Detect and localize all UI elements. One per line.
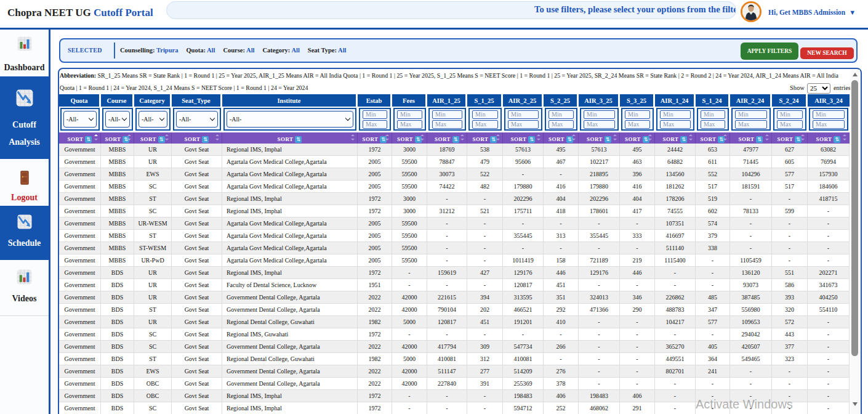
cell-s_1_24: - xyxy=(696,378,730,390)
column-header-s_2_24[interactable]: S_2_24 xyxy=(772,94,808,107)
scrollbar-thumb[interactable] xyxy=(851,80,858,356)
column-header-air_3_25[interactable]: AIR_3_25 xyxy=(579,94,620,107)
scroll-down-icon[interactable] xyxy=(853,402,858,406)
cell-s_2_25: 351 xyxy=(544,291,579,304)
sort-cell-s_3_25[interactable]: SORT⇅ xyxy=(620,132,655,144)
filter-min-air_1_25[interactable] xyxy=(432,110,462,119)
sort-cell-quota[interactable]: SORT⇅ xyxy=(59,132,101,144)
filter-min-air_3_24[interactable] xyxy=(813,110,845,119)
filter-min-s_1_24[interactable] xyxy=(701,110,725,119)
filter-select-category[interactable]: -All- xyxy=(139,111,167,128)
sort-cell-air_3_24[interactable]: SORT⇅ xyxy=(808,132,850,144)
sort-state-arrows xyxy=(496,134,500,140)
sort-cell-s_1_25[interactable]: SORT⇅ xyxy=(467,132,503,144)
header-divider xyxy=(0,28,868,30)
cell-air_3_25: - xyxy=(579,279,620,291)
filter-min-s_1_25[interactable] xyxy=(472,110,498,119)
top-header: Chopra NEET UG Cutoff Portal To use filt… xyxy=(0,0,868,28)
sort-cell-course[interactable]: SORT⇅ xyxy=(101,132,134,144)
cell-s_2_24: 377 xyxy=(772,341,808,353)
sort-cell-air_2_25[interactable]: SORT⇅ xyxy=(503,132,544,144)
filter-max-fees[interactable] xyxy=(397,120,422,129)
sort-state-arrows xyxy=(94,134,98,140)
column-header-s_1_25[interactable]: S_1_25 xyxy=(467,94,503,107)
cell-s_2_25: 313 xyxy=(544,230,579,242)
sidebar-item-cutoff[interactable]: Cutoff Analysis xyxy=(0,76,49,159)
sidebar-item-schedule[interactable]: Schedule xyxy=(0,206,49,260)
sort-cell-fees[interactable]: SORT⇅ xyxy=(392,132,427,144)
new-search-button[interactable]: NEW SEARCH xyxy=(800,47,854,59)
sort-cell-s_2_24[interactable]: SORT⇅ xyxy=(772,132,808,144)
filter-min-air_3_25[interactable] xyxy=(584,110,615,119)
filter-min-s_2_25[interactable] xyxy=(549,110,574,119)
filter-max-s_2_25[interactable] xyxy=(549,120,574,129)
filter-max-s_3_25[interactable] xyxy=(625,120,650,129)
filter-max-air_3_24[interactable] xyxy=(813,120,845,129)
filter-select-institute[interactable]: -All- xyxy=(227,111,353,128)
filter-min-estab[interactable] xyxy=(363,110,387,119)
filter-min-air_2_24[interactable] xyxy=(735,110,767,119)
column-header-course[interactable]: Course xyxy=(101,94,134,107)
column-header-air_1_25[interactable]: AIR_1_25 xyxy=(427,94,467,107)
cell-air_1_25: 74422 xyxy=(427,181,467,193)
sort-desc-icon xyxy=(94,139,98,140)
filter-max-s_1_24[interactable] xyxy=(701,120,725,129)
column-header-air_3_24[interactable]: AIR_3_24 xyxy=(808,94,850,107)
user-menu[interactable]: Hi, Get MBBS Admission▼ xyxy=(768,0,856,26)
column-header-air_2_24[interactable]: AIR_2_24 xyxy=(730,94,772,107)
filter-max-s_1_25[interactable] xyxy=(472,120,498,129)
sort-asc-icon xyxy=(843,134,846,136)
column-header-institute[interactable]: Institute xyxy=(222,94,358,107)
filter-min-s_2_24[interactable] xyxy=(777,110,803,119)
filter-select-quota[interactable]: -All- xyxy=(63,111,97,128)
avatar[interactable] xyxy=(741,1,762,22)
column-header-estab[interactable]: Estab xyxy=(358,94,392,107)
sidebar-item-dashboard[interactable]: Dashboard xyxy=(0,30,49,76)
sort-cell-category[interactable]: SORT⇅ xyxy=(134,132,172,144)
cell-air_1_24: - xyxy=(655,390,696,402)
entries-select[interactable]: 25 xyxy=(807,83,830,94)
filter-max-air_2_25[interactable] xyxy=(508,120,539,129)
cell-course: MBBS xyxy=(101,156,134,168)
apply-filters-button[interactable]: APPLY FILTERS xyxy=(741,43,798,60)
sort-cell-institute[interactable]: SORT⇅ xyxy=(222,132,358,144)
filter-min-air_1_24[interactable] xyxy=(660,110,691,119)
sort-cell-air_3_25[interactable]: SORT⇅ xyxy=(579,132,620,144)
cell-s_2_24: - xyxy=(772,230,808,242)
filter-max-estab[interactable] xyxy=(363,120,387,129)
filter-max-s_2_24[interactable] xyxy=(777,120,803,129)
column-header-fees[interactable]: Fees xyxy=(392,94,427,107)
filter-min-fees[interactable] xyxy=(397,110,422,119)
scroll-up-icon[interactable] xyxy=(853,73,858,76)
filter-cell-s_2_25 xyxy=(544,107,579,132)
sort-cell-air_2_24[interactable]: SORT⇅ xyxy=(730,132,772,144)
column-header-air_2_25[interactable]: AIR_2_25 xyxy=(503,94,544,107)
sidebar-item-logout[interactable]: Logout xyxy=(0,159,49,206)
sort-cell-s_2_25[interactable]: SORT⇅ xyxy=(544,132,579,144)
column-header-s_3_25[interactable]: S_3_25 xyxy=(620,94,655,107)
cell-air_2_25: 1011419 xyxy=(503,254,544,267)
sort-cell-air_1_24[interactable]: SORT⇅ xyxy=(655,132,696,144)
filter-max-air_1_24[interactable] xyxy=(660,120,691,129)
column-header-s_2_25[interactable]: S_2_25 xyxy=(544,94,579,107)
sort-cell-estab[interactable]: SORT⇅ xyxy=(358,132,392,144)
column-header-category[interactable]: Category xyxy=(134,94,172,107)
column-header-seat_type[interactable]: Seat_Type xyxy=(172,94,222,107)
vertical-scrollbar[interactable] xyxy=(850,70,860,414)
sidebar-item-videos[interactable]: Videos xyxy=(0,260,49,316)
sort-cell-seat_type[interactable]: SORT⇅ xyxy=(172,132,222,144)
filter-select-seat_type[interactable]: -All- xyxy=(176,111,218,128)
sort-desc-icon xyxy=(215,139,219,140)
column-header-s_1_24[interactable]: S_1_24 xyxy=(696,94,730,107)
sort-cell-s_1_24[interactable]: SORT⇅ xyxy=(696,132,730,144)
filter-max-air_2_24[interactable] xyxy=(735,120,767,129)
filter-max-air_3_25[interactable] xyxy=(584,120,615,129)
filter-min-air_2_25[interactable] xyxy=(508,110,539,119)
filter-min-s_3_25[interactable] xyxy=(625,110,650,119)
sort-cell-air_1_25[interactable]: SORT⇅ xyxy=(427,132,467,144)
column-header-air_1_24[interactable]: AIR_1_24 xyxy=(655,94,696,107)
filter-select-course[interactable]: -All- xyxy=(105,111,130,128)
filter-max-air_1_25[interactable] xyxy=(432,120,462,129)
table-row: GovernmentMBBSSCGovt SeatRegional IMS, I… xyxy=(59,205,850,217)
column-header-quota[interactable]: Quota xyxy=(59,94,101,107)
